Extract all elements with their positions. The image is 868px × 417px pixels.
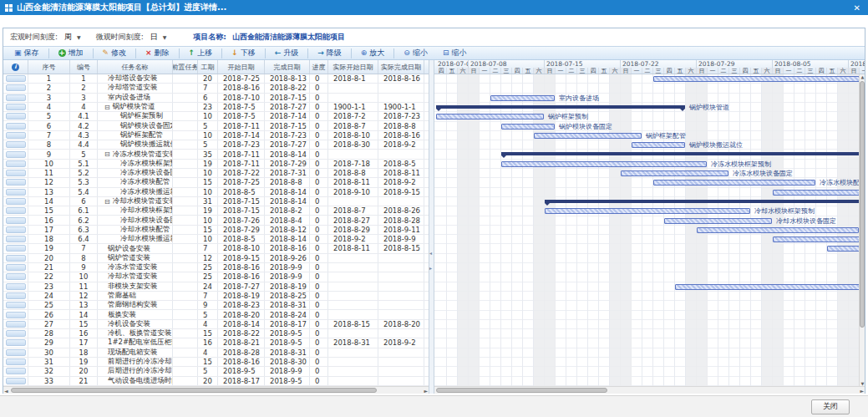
collapse-icon[interactable]: ⊟ xyxy=(104,150,110,158)
table-hscroll-thumb[interactable] xyxy=(11,388,377,393)
table-row[interactable]: 197锅炉设备安装72018-8-102018-8-1602018-8-1120… xyxy=(3,244,429,253)
row-indicator[interactable] xyxy=(6,132,26,139)
scroll-right-icon[interactable]: ► xyxy=(860,387,864,394)
down-button[interactable]: ↓下移 xyxy=(224,48,263,58)
table-row[interactable]: 84.4锅炉模块搬运就位52018-7-232018-7-2702018-8-3… xyxy=(3,140,429,150)
table-horizontal-scrollbar[interactable]: ◄ ► xyxy=(3,386,429,394)
gantt-task-bar[interactable] xyxy=(501,161,707,167)
add-button[interactable]: +增加 xyxy=(51,48,91,58)
gantt-task-bar[interactable] xyxy=(632,142,685,148)
gantt-task-bar[interactable] xyxy=(501,124,555,130)
row-indicator[interactable] xyxy=(6,170,26,176)
window-close-icon[interactable]: ✕ xyxy=(851,3,863,13)
zoomout-button[interactable]: ⊖缩小 xyxy=(396,48,435,58)
row-indicator[interactable] xyxy=(6,113,26,120)
table-row[interactable]: 115.2冷冻水模块设备固定102018-7-222018-7-3102018-… xyxy=(3,169,429,178)
gantt-task-bar[interactable] xyxy=(697,227,859,233)
up-button[interactable]: ↑上移 xyxy=(181,48,221,58)
table-row[interactable]: 2311非模块支架安装242018-7-272018-8-190 xyxy=(3,282,429,292)
save-button[interactable]: ▣保存 xyxy=(7,48,47,58)
table-row[interactable]: 156.1冷却水模块框架预制192018-7-152018-8-202018-8… xyxy=(3,206,429,216)
gantt-vertical-scrollbar[interactable]: ▲ ▼ xyxy=(859,74,865,386)
row-indicator[interactable] xyxy=(6,179,26,186)
gantt-task-bar[interactable] xyxy=(545,208,750,214)
collapse-icon[interactable]: ⊟ xyxy=(104,104,110,111)
row-indicator[interactable] xyxy=(6,312,26,318)
table-row[interactable]: 105.1冷冻水模块框架预制192018-7-112018-7-2902018-… xyxy=(3,160,429,169)
column-header-prog[interactable]: 进度 xyxy=(310,60,328,74)
gantt-horizontal-scrollbar[interactable]: ► xyxy=(434,386,865,394)
gantt-hscroll-thumb[interactable] xyxy=(436,388,607,393)
row-indicator[interactable] xyxy=(6,104,26,110)
table-row[interactable]: 2210冷却水管道安装252018-8-162018-9-90 xyxy=(3,272,429,282)
row-indicator[interactable] xyxy=(6,264,26,271)
table-row[interactable]: 146⊟冷却水模块管道安装312018-7-152018-8-140 xyxy=(3,197,429,206)
table-row[interactable]: 11冷却塔设备安装202018-7-252018-8-1302018-8-120… xyxy=(3,74,429,84)
table-row[interactable]: 3220后期进行的冷冻冷却冷却塔电缆敷52018-9-52018-9-90 xyxy=(3,367,429,376)
row-indicator[interactable] xyxy=(6,141,26,148)
table-row[interactable]: 44⊟锅炉模块管道232018-7-52018-7-2701900-1-1190… xyxy=(3,103,429,112)
row-indicator[interactable] xyxy=(6,84,26,91)
row-indicator[interactable] xyxy=(6,273,26,280)
row-indicator[interactable] xyxy=(6,189,26,196)
row-indicator[interactable] xyxy=(6,226,26,233)
shrink-button[interactable]: ⊟缩小 xyxy=(435,48,475,58)
row-indicator[interactable] xyxy=(6,245,26,252)
column-header-code[interactable]: 编号 xyxy=(70,60,98,74)
table-row[interactable]: 22冷却塔管道安装72018-8-162018-8-220 xyxy=(3,84,429,93)
table-row[interactable]: 208锅炉管道安装122018-9-152018-9-260 xyxy=(3,254,429,263)
table-row[interactable]: 95⊟冷冻水模块管道安装352018-7-112018-8-140 xyxy=(3,150,429,159)
gantt-task-bar[interactable] xyxy=(436,114,544,120)
table-row[interactable]: 2614板换安装52018-8-202018-8-240 xyxy=(3,310,429,319)
row-indicator[interactable] xyxy=(6,123,26,130)
scroll-left-icon[interactable]: ◄ xyxy=(4,387,8,394)
table-row[interactable]: 186.4冷却水模块搬运就位102018-8-52018-8-1402018-9… xyxy=(3,235,429,244)
column-header-dur[interactable]: 工期 xyxy=(198,60,218,74)
gantt-task-bar[interactable] xyxy=(490,95,555,101)
demote-button[interactable]: →降级 xyxy=(310,48,349,58)
row-indicator[interactable] xyxy=(6,302,26,308)
row-indicator[interactable] xyxy=(6,378,26,384)
table-row[interactable]: 2715冷机设备安装42018-8-142018-8-1702018-8-152… xyxy=(3,320,429,329)
table-row[interactable]: 33室内设备进场62018-7-102018-7-150 xyxy=(3,94,429,103)
column-header-pred[interactable]: 前置任务 xyxy=(173,60,198,74)
table-row[interactable]: 2816冷机、板换管道安装152018-8-222018-9-50 xyxy=(3,329,429,338)
gantt-task-bar[interactable] xyxy=(773,236,865,242)
table-row[interactable]: 54.1锅炉框架预制102018-7-52018-7-1402018-7-220… xyxy=(3,112,429,121)
table-row[interactable]: 135.4冷冻水模块搬运就位102018-8-52018-8-1402018-9… xyxy=(3,188,429,197)
column-header-seq[interactable]: 序号 xyxy=(28,60,70,74)
edit-button[interactable]: ✎修改 xyxy=(95,48,135,58)
gantt-task-bar[interactable] xyxy=(773,190,865,196)
gantt-task-bar[interactable] xyxy=(534,133,642,139)
table-row[interactable]: 29171#2#配电室低压柜部分安装162018-8-212018-9-5020… xyxy=(3,338,429,348)
row-indicator[interactable] xyxy=(6,330,26,337)
table-row[interactable]: 74.3锅炉框架配管102018-7-142018-7-2302018-8-10… xyxy=(3,131,429,140)
micro-scale-select[interactable]: 日 ▼ xyxy=(147,32,167,43)
gantt-task-bar[interactable] xyxy=(653,180,815,186)
column-header-afinish[interactable]: 实际完成日期 xyxy=(378,60,424,74)
scroll-right-icon[interactable]: ► xyxy=(424,387,428,394)
scroll-up-icon[interactable]: ▲ xyxy=(860,74,865,79)
table-row[interactable]: 64.2锅炉模块设备固定52018-7-112018-7-1502018-8-7… xyxy=(3,121,429,130)
gantt-task-bar[interactable] xyxy=(675,284,865,290)
table-row[interactable]: 2412管廊基础72018-8-192018-8-250 xyxy=(3,292,429,301)
gantt-task-bar[interactable] xyxy=(664,218,772,224)
column-header-rowmark[interactable]: i xyxy=(3,60,28,74)
row-indicator[interactable] xyxy=(6,207,26,214)
column-header-start[interactable]: 开始日期 xyxy=(218,60,265,74)
scroll-down-icon[interactable]: ▼ xyxy=(860,381,865,386)
row-indicator[interactable] xyxy=(6,359,26,365)
column-header-astart[interactable]: 实际开始日期 xyxy=(328,60,378,74)
splitter-expand-icon[interactable]: ▸ xyxy=(429,266,432,271)
close-button[interactable]: 关闭 xyxy=(811,399,850,414)
table-row[interactable]: 3119前期进行的冷冻冷却冷却塔电缆进152018-8-162018-8-300 xyxy=(3,358,429,367)
collapse-icon[interactable]: ⊟ xyxy=(104,198,110,206)
row-indicator[interactable] xyxy=(6,292,26,299)
row-indicator[interactable] xyxy=(6,151,26,158)
gantt-task-bar[interactable] xyxy=(653,76,865,82)
zoomin-button[interactable]: ⊕放大 xyxy=(353,48,393,58)
row-indicator[interactable] xyxy=(6,160,26,167)
table-row[interactable]: 3321气动设备电缆进场时间202018-8-172018-9-50 xyxy=(3,377,429,386)
gantt-summary-bar[interactable] xyxy=(545,200,865,203)
row-indicator[interactable] xyxy=(6,198,26,205)
